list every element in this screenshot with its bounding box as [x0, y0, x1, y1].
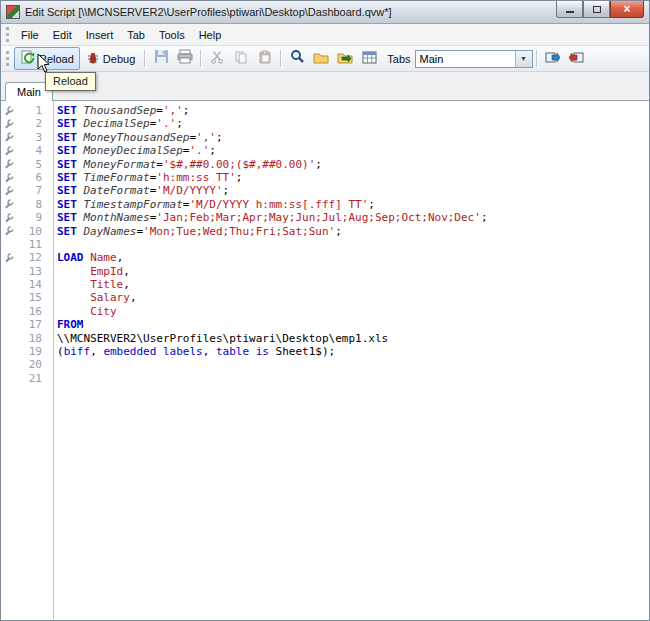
- script-marker-icon: [1, 117, 17, 130]
- code-line[interactable]: 8SET TimestampFormat='M/D/YYYY h:mm:ss[.…: [1, 198, 649, 211]
- gutter-divider: [53, 101, 54, 620]
- print-icon: [177, 49, 193, 68]
- code-line[interactable]: 7SET DateFormat='M/D/YYYY';: [1, 184, 649, 197]
- code-text: SET MoneyDecimalSep='.';: [51, 144, 216, 157]
- window-title: Edit Script [\\MCNSERVER2\UserProfiles\p…: [25, 6, 392, 18]
- code-line[interactable]: 3SET MoneyThousandSep=',';: [1, 131, 649, 144]
- code-line[interactable]: 10SET DayNames='Mon;Tue;Wed;Thu;Fri;Sat;…: [1, 225, 649, 238]
- paste-icon: [258, 50, 272, 68]
- search-icon: [290, 49, 305, 68]
- edit-script-window: Edit Script [\\MCNSERVER2\UserProfiles\p…: [0, 0, 650, 621]
- gutter-spacer: [1, 358, 17, 371]
- maximize-button[interactable]: [583, 1, 610, 18]
- tab-select-value: Main: [416, 53, 515, 65]
- script-marker-icon: [1, 104, 17, 117]
- menu-file[interactable]: File: [14, 27, 46, 43]
- save-button[interactable]: [149, 48, 173, 70]
- line-number: 2: [17, 117, 51, 130]
- demote-tab-icon: [569, 50, 584, 68]
- close-icon: ×: [623, 2, 630, 16]
- script-editor[interactable]: 1SET ThousandSep=',';2SET DecimalSep='.'…: [1, 101, 649, 620]
- code-line[interactable]: 17FROM: [1, 318, 649, 331]
- code-text: LOAD Name,: [51, 251, 123, 264]
- code-line[interactable]: 19(biff, embedded labels, table is Sheet…: [1, 345, 649, 358]
- menu-edit[interactable]: Edit: [46, 27, 79, 43]
- gutter-spacer: [1, 278, 17, 291]
- code-line[interactable]: 12LOAD Name,: [1, 251, 649, 264]
- menu-tools[interactable]: Tools: [152, 27, 192, 43]
- code-line[interactable]: 13 EmpId,: [1, 265, 649, 278]
- code-line[interactable]: 20: [1, 358, 649, 371]
- promote-tab-button[interactable]: [541, 48, 565, 70]
- code-text: SET MoneyThousandSep=',';: [51, 131, 223, 144]
- minimize-button[interactable]: [556, 1, 583, 18]
- cut-icon: [210, 50, 224, 68]
- debug-icon: [86, 51, 100, 67]
- demote-tab-button[interactable]: [565, 48, 589, 70]
- menu-tab[interactable]: Tab: [120, 27, 152, 43]
- find-button[interactable]: [285, 48, 309, 70]
- script-marker-icon: [1, 131, 17, 144]
- include-script-button[interactable]: [333, 48, 357, 70]
- code-line[interactable]: 9SET MonthNames='Jan;Feb;Mar;Apr;May;Jun…: [1, 211, 649, 224]
- table-files-button[interactable]: [357, 48, 381, 70]
- code-text: SET MonthNames='Jan;Feb;Mar;Apr;May;Jun;…: [51, 211, 488, 224]
- reload-button[interactable]: Reload: [14, 47, 80, 70]
- gutter-spacer: [1, 318, 17, 331]
- chevron-down-icon[interactable]: ▼: [515, 51, 532, 67]
- paste-button[interactable]: [253, 48, 277, 70]
- line-number: 5: [17, 158, 51, 171]
- open-script-button[interactable]: [309, 48, 333, 70]
- tab-select-dropdown[interactable]: Main ▼: [415, 50, 533, 68]
- code-line[interactable]: 4SET MoneyDecimalSep='.';: [1, 144, 649, 157]
- print-button[interactable]: [173, 48, 197, 70]
- code-line[interactable]: 5SET MoneyFormat='$#,##0.00;($#,##0.00)'…: [1, 158, 649, 171]
- copy-icon: [234, 50, 248, 68]
- tab-band: Main: [1, 72, 649, 101]
- code-line[interactable]: 21: [1, 372, 649, 385]
- code-lines: 1SET ThousandSep=',';2SET DecimalSep='.'…: [1, 104, 649, 385]
- toolbar-grip-icon: [6, 51, 9, 66]
- code-text: SET DateFormat='M/D/YYYY';: [51, 184, 229, 197]
- gutter-spacer: [1, 291, 17, 304]
- code-line[interactable]: 14 Title,: [1, 278, 649, 291]
- reload-icon: [20, 50, 36, 67]
- line-number: 14: [17, 278, 51, 291]
- debug-button[interactable]: Debug: [80, 48, 141, 70]
- toolbar: Reload Debug Tabs Main ▼: [1, 46, 649, 72]
- maximize-icon: [593, 6, 601, 13]
- script-marker-icon: [1, 198, 17, 211]
- code-text: City: [51, 305, 117, 318]
- gutter-spacer: [1, 372, 17, 385]
- menu-help[interactable]: Help: [192, 27, 229, 43]
- code-text: \\MCNSERVER2\UserProfiles\ptiwari\Deskto…: [51, 332, 388, 345]
- code-line[interactable]: 6SET TimeFormat='h:mm:ss TT';: [1, 171, 649, 184]
- line-number: 17: [17, 318, 51, 331]
- code-line[interactable]: 11: [1, 238, 649, 251]
- copy-button[interactable]: [229, 48, 253, 70]
- line-number: 3: [17, 131, 51, 144]
- line-number: 7: [17, 184, 51, 197]
- script-marker-icon: [1, 171, 17, 184]
- menu-grip-icon: [6, 27, 9, 42]
- close-button[interactable]: ×: [610, 1, 644, 18]
- promote-tab-icon: [545, 50, 560, 68]
- code-text: (biff, embedded labels, table is Sheet1$…: [51, 345, 335, 358]
- cut-button[interactable]: [205, 48, 229, 70]
- script-marker-icon: [1, 225, 17, 238]
- code-line[interactable]: 1SET ThousandSep=',';: [1, 104, 649, 117]
- code-line[interactable]: 18\\MCNSERVER2\UserProfiles\ptiwari\Desk…: [1, 332, 649, 345]
- code-line[interactable]: 2SET DecimalSep='.';: [1, 117, 649, 130]
- code-line[interactable]: 16 City: [1, 305, 649, 318]
- folder-arrow-icon: [337, 50, 353, 68]
- code-line[interactable]: 15 Salary,: [1, 291, 649, 304]
- code-text: SET DayNames='Mon;Tue;Wed;Thu;Fri;Sat;Su…: [51, 225, 342, 238]
- script-marker-icon: [1, 251, 17, 264]
- menubar: File Edit Insert Tab Tools Help: [1, 24, 649, 46]
- code-text: SET MoneyFormat='$#,##0.00;($#,##0.00)';: [51, 158, 322, 171]
- line-number: 19: [17, 345, 51, 358]
- menu-insert[interactable]: Insert: [79, 27, 121, 43]
- line-number: 8: [17, 198, 51, 211]
- line-number: 20: [17, 358, 51, 371]
- line-number: 12: [17, 251, 51, 264]
